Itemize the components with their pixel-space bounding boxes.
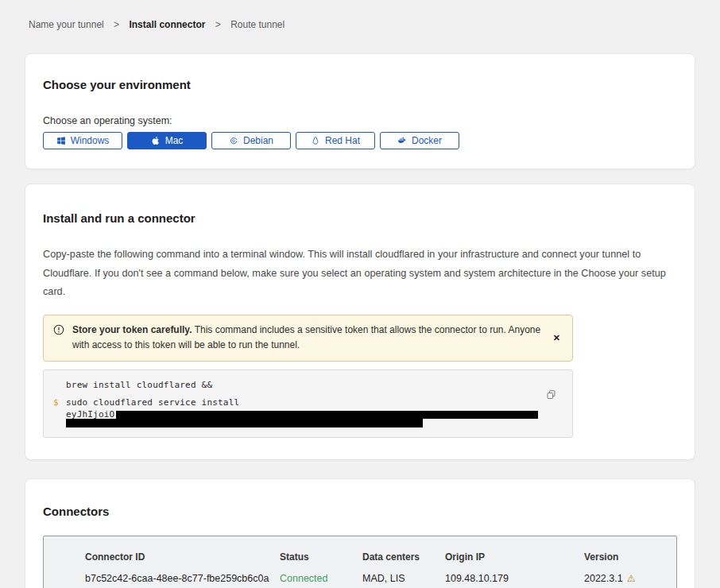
breadcrumb-separator: >	[114, 19, 119, 30]
os-button-windows[interactable]: Windows	[43, 132, 122, 149]
os-button-label: Debian	[243, 135, 273, 146]
connectors-table: Connector ID Status Data centers Origin …	[43, 536, 677, 588]
redacted-token-bar	[116, 411, 538, 419]
os-button-label: Red Hat	[325, 135, 360, 146]
apple-icon	[151, 136, 161, 145]
os-button-mac[interactable]: Mac	[127, 132, 207, 149]
breadcrumb: Name your tunnel > Install connector > R…	[0, 0, 720, 30]
connectors-card-title: Connectors	[43, 505, 677, 518]
column-header-version: Version	[584, 551, 668, 563]
column-header-status: Status	[280, 551, 362, 563]
warning-text: Store your token carefully. This command…	[72, 323, 545, 354]
warning-title: Store your token carefully.	[72, 324, 192, 335]
install-connector-card: Install and run a connector Copy-paste t…	[25, 184, 695, 460]
table-row: b7c52c42-6caa-48ee-8c77-fbe259cb6c0a Con…	[85, 573, 668, 584]
code-line-brew: brew install cloudflared &&	[66, 381, 537, 389]
environment-card-title: Choose your environment	[43, 78, 677, 91]
token-warning-banner: Store your token carefully. This command…	[43, 315, 573, 362]
column-header-origin-ip: Origin IP	[445, 551, 584, 563]
version-value: 2022.3.1	[584, 573, 623, 584]
debian-icon	[229, 136, 238, 145]
column-header-data-centers: Data centers	[362, 551, 445, 563]
windows-icon	[56, 136, 66, 145]
os-button-debian[interactable]: Debian	[211, 132, 291, 149]
status-badge: Connected	[280, 573, 362, 584]
redhat-linux-icon	[311, 136, 320, 145]
os-button-docker[interactable]: Docker	[380, 132, 459, 149]
install-card-title: Install and run a connector	[43, 211, 677, 225]
column-header-connector-id: Connector ID	[85, 551, 280, 563]
alert-circle-icon	[53, 324, 64, 335]
code-line-service-install: $ sudo cloudflared service install	[66, 398, 537, 407]
os-button-label: Docker	[412, 135, 442, 146]
version-warning-icon: ⚠	[627, 573, 636, 584]
os-select-label: Choose an operating system:	[43, 115, 677, 126]
shell-prompt: $	[53, 398, 59, 407]
connector-id-cell: b7c52c42-6caa-48ee-8c77-fbe259cb6c0a	[85, 573, 280, 584]
connectors-card: Connectors Connector ID Status Data cent…	[25, 478, 695, 588]
code-command: sudo cloudflared service install	[66, 397, 239, 408]
origin-ip-cell: 109.48.10.179	[445, 573, 584, 584]
redacted-token-bar	[66, 419, 423, 427]
code-line-token: eyJhIjoiO	[66, 410, 537, 427]
install-command-code-block: brew install cloudflared && $ sudo cloud…	[43, 369, 573, 438]
install-description: Copy-paste the following command into a …	[43, 246, 677, 302]
breadcrumb-step-route-tunnel[interactable]: Route tunnel	[230, 19, 285, 30]
breadcrumb-step-name-tunnel[interactable]: Name your tunnel	[29, 19, 104, 30]
data-centers-cell: MAD, LIS	[362, 573, 445, 584]
os-button-label: Windows	[71, 135, 110, 146]
os-button-group: Windows Mac Debian Red Hat Docker	[43, 132, 677, 149]
version-cell: 2022.3.1⚠	[584, 573, 668, 584]
table-header-row: Connector ID Status Data centers Origin …	[85, 551, 668, 563]
breadcrumb-separator: >	[215, 19, 221, 30]
token-prefix: eyJhIjoiO	[66, 409, 114, 420]
os-button-label: Mac	[165, 135, 184, 146]
copy-icon[interactable]	[546, 389, 556, 403]
page-content: Choose your environment Choose an operat…	[0, 53, 720, 588]
os-button-redhat[interactable]: Red Hat	[296, 132, 375, 149]
close-icon[interactable]: ✕	[552, 331, 562, 345]
docker-icon	[397, 136, 407, 145]
breadcrumb-step-install-connector[interactable]: Install connector	[129, 19, 205, 30]
environment-card: Choose your environment Choose an operat…	[25, 53, 695, 169]
